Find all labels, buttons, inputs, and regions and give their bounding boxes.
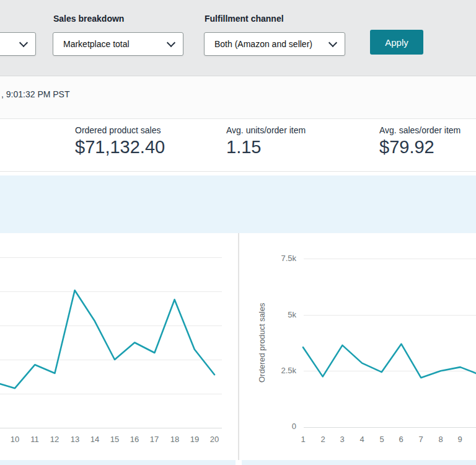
ordered-product-sales-line-chart[interactable] — [239, 233, 476, 460]
summary-stats-row: Ordered product sales $71,132.40 Avg. un… — [0, 119, 476, 172]
apply-button[interactable]: Apply — [370, 30, 423, 55]
panel-gutter — [236, 460, 242, 465]
stat-label: Avg. units/order item — [226, 125, 306, 135]
stat-value: $71,132.40 — [75, 137, 165, 157]
last-updated-text: , 9:01:32 PM PST — [1, 89, 70, 99]
chevron-down-icon — [19, 38, 28, 47]
sales-breakdown-select[interactable]: Marketplace total — [53, 32, 183, 56]
next-section-band — [0, 460, 476, 465]
stat-label: Ordered product sales — [75, 125, 165, 135]
fulfillment-channel-label: Fulfillment channel — [205, 14, 284, 24]
right-chart-panel: 7.5k 5k 2.5k 0 Ordered product sales 1 2… — [239, 233, 476, 460]
fulfillment-channel-select[interactable]: Both (Amazon and seller) — [204, 32, 345, 56]
stat-avg-sales-order-item: Avg. sales/order item $79.92 — [379, 125, 461, 157]
stat-value: $79.92 — [379, 137, 461, 157]
date-range-select[interactable] — [0, 32, 36, 56]
left-chart-panel: 10 11 12 13 14 15 16 17 18 19 20 — [0, 233, 238, 460]
last-updated-row: , 9:01:32 PM PST — [0, 76, 476, 119]
fulfillment-channel-select-value: Both (Amazon and seller) — [214, 39, 312, 49]
charts-section: 10 11 12 13 14 15 16 17 18 19 20 7.5k 5k… — [0, 233, 476, 460]
stat-avg-units-order-item: Avg. units/order item 1.15 — [226, 125, 306, 157]
sales-breakdown-select-value: Marketplace total — [63, 39, 130, 49]
filter-toolbar: Sales breakdown Marketplace total Fulfil… — [0, 0, 476, 76]
sales-breakdown-label: Sales breakdown — [53, 14, 124, 24]
stat-ordered-product-sales: Ordered product sales $71,132.40 — [75, 125, 165, 157]
chevron-down-icon — [328, 38, 337, 47]
chevron-down-icon — [167, 38, 175, 47]
stat-label: Avg. sales/order item — [379, 125, 461, 135]
stat-value: 1.15 — [226, 137, 306, 157]
left-line-chart[interactable] — [0, 233, 238, 460]
section-header-band — [0, 175, 476, 233]
